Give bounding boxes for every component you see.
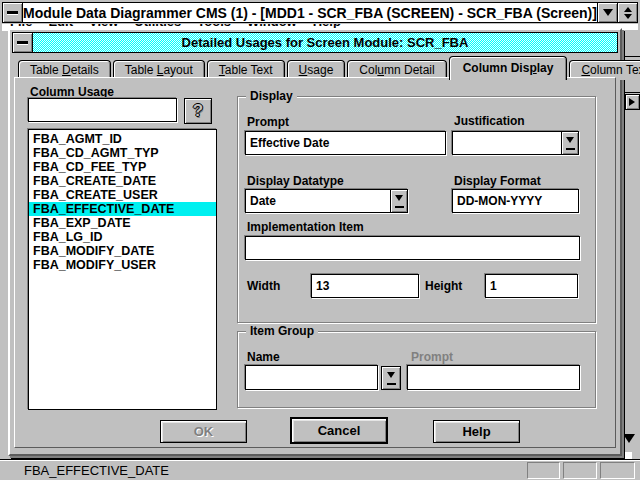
restore-button[interactable] [617, 3, 637, 22]
column-usage-list-item[interactable]: FBA_CD_FEE_TYP [29, 160, 216, 174]
display-datatype-label: Display Datatype [247, 174, 344, 188]
dropdown-arrow-icon [387, 372, 395, 382]
item-group-prompt-input[interactable] [407, 365, 580, 390]
implementation-item-label: Implementation Item [247, 220, 364, 234]
help-button[interactable]: Help [433, 420, 520, 443]
column-usage-list-item[interactable]: FBA_EFFECTIVE_DATE [29, 202, 216, 216]
tab-column-display[interactable]: Column Display [449, 56, 568, 80]
status-panel [527, 462, 560, 479]
restore-down-icon [624, 14, 632, 23]
system-menu-icon [7, 11, 18, 14]
status-bar: FBA_EFFECTIVE_DATE [0, 459, 640, 480]
justification-dropdown-button[interactable] [561, 132, 578, 154]
item-group-name-label: Name [247, 350, 280, 364]
dropdown-bar-icon [566, 148, 575, 150]
display-group-title: Display [246, 89, 297, 103]
status-text: FBA_EFFECTIVE_DATE [24, 463, 169, 478]
column-usage-list-item[interactable]: FBA_LG_ID [29, 230, 216, 244]
display-datatype-input[interactable] [245, 189, 408, 213]
column-usage-label: Column Usage [30, 85, 114, 99]
status-panel [600, 462, 635, 479]
display-datatype-combo[interactable] [245, 189, 408, 213]
dialog-system-menu-button[interactable] [13, 33, 33, 52]
width-input[interactable] [311, 274, 419, 298]
restore-up-icon [624, 3, 632, 12]
divider [623, 56, 640, 57]
column-usage-listbox[interactable]: FBA_AGMT_IDFBA_CD_AGMT_TYPFBA_CD_FEE_TYP… [28, 129, 217, 410]
item-group-name-dropdown-button[interactable] [381, 366, 401, 390]
height-input[interactable] [485, 274, 578, 298]
help-query-icon: ? [193, 101, 203, 121]
detailed-usages-dialog: Detailed Usages for Screen Module: SCR_F… [8, 28, 622, 456]
justification-input[interactable] [452, 131, 579, 155]
column-usage-list-item[interactable]: FBA_MODIFY_USER [29, 258, 216, 272]
dialog-titlebar: Detailed Usages for Screen Module: SCR_F… [12, 32, 618, 53]
column-usage-filter-input[interactable] [28, 98, 177, 122]
scroll-right-icon [629, 98, 639, 106]
background-window-right-edge [622, 30, 640, 455]
justification-combo[interactable] [452, 131, 579, 155]
display-group: Display Prompt Justification Display Dat… [237, 96, 596, 323]
justification-label: Justification [454, 114, 525, 128]
prompt-input[interactable] [245, 131, 446, 155]
display-format-label: Display Format [454, 174, 541, 188]
item-group: Item Group Name Prompt [237, 331, 596, 408]
system-menu-icon [17, 41, 28, 44]
column-usage-list-item[interactable]: FBA_CD_AGMT_TYP [29, 146, 216, 160]
width-label: Width [247, 279, 280, 293]
dropdown-bar-icon [395, 206, 404, 208]
height-label: Height [425, 279, 462, 293]
dropdown-arrow-icon [566, 137, 574, 147]
scroll-right-button[interactable] [625, 94, 640, 110]
column-usage-list-item[interactable]: FBA_CREATE_USER [29, 188, 216, 202]
cancel-button[interactable]: Cancel [290, 417, 388, 444]
minimize-icon [603, 9, 613, 21]
dropdown-arrow-icon [395, 195, 403, 205]
app-titlebar: Module Data Diagrammer CMS (1) - [MDD1 -… [2, 2, 638, 23]
display-format-input[interactable] [452, 189, 579, 213]
column-usage-list-item[interactable]: FBA_AGMT_ID [29, 132, 216, 146]
status-panel [563, 462, 597, 479]
app-title: Module Data Diagrammer CMS (1) - [MDD1 -… [23, 5, 597, 21]
divider [623, 92, 640, 93]
item-group-prompt-label: Prompt [411, 350, 453, 364]
column-usage-help-button[interactable]: ? [184, 98, 212, 124]
column-usage-list-item[interactable]: FBA_CREATE_DATE [29, 174, 216, 188]
minimize-button[interactable] [597, 3, 617, 22]
item-group-name-input[interactable] [245, 365, 378, 390]
display-datatype-dropdown-button[interactable] [390, 190, 407, 212]
dropdown-bar-icon [387, 383, 396, 385]
app-system-menu-button[interactable] [3, 3, 23, 22]
column-usage-list-item[interactable]: FBA_MODIFY_DATE [29, 244, 216, 258]
tab-panel: Column Usage ? FBA_AGMT_IDFBA_CD_AGMT_TY… [14, 77, 616, 448]
screen: { "colors": { "desktop_gray": "#c0c0c0",… [0, 0, 640, 480]
column-usage-list-item[interactable]: FBA_EXP_DATE [29, 216, 216, 230]
ok-button[interactable]: OK [160, 420, 247, 443]
implementation-item-input[interactable] [245, 236, 580, 260]
scroll-down-icon [623, 434, 635, 449]
dialog-title: Detailed Usages for Screen Module: SCR_F… [33, 35, 617, 50]
prompt-label: Prompt [247, 115, 289, 129]
item-group-title: Item Group [246, 324, 318, 338]
